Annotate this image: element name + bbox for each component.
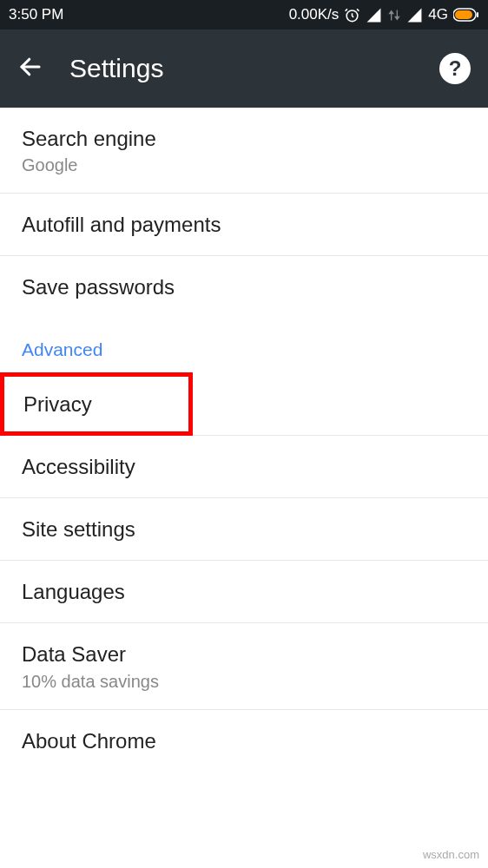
setting-title: Search engine xyxy=(22,125,466,152)
setting-search-engine[interactable]: Search engine Google xyxy=(0,108,488,194)
setting-title: Languages xyxy=(22,578,466,605)
setting-title: Privacy xyxy=(23,391,169,418)
svg-rect-3 xyxy=(477,12,478,17)
back-arrow-icon[interactable] xyxy=(17,54,43,83)
setting-save-passwords[interactable]: Save passwords xyxy=(0,256,488,318)
status-indicators: 0.00K/s 4G xyxy=(289,6,479,23)
help-icon[interactable]: ? xyxy=(439,53,471,84)
signal-icon-2 xyxy=(406,7,423,23)
setting-title: Save passwords xyxy=(22,273,466,300)
page-title: Settings xyxy=(69,54,413,83)
setting-title: Site settings xyxy=(22,516,466,542)
setting-title: Accessibility xyxy=(22,453,466,480)
data-transfer-icon xyxy=(387,7,401,23)
svg-rect-2 xyxy=(455,10,472,19)
settings-list: Search engine Google Autofill and paymen… xyxy=(0,108,488,772)
setting-subtitle: 10% data savings xyxy=(22,672,466,692)
setting-languages[interactable]: Languages xyxy=(0,561,488,623)
setting-site-settings[interactable]: Site settings xyxy=(0,498,488,561)
watermark: wsxdn.com xyxy=(423,848,479,861)
section-header-advanced: Advanced xyxy=(0,319,488,372)
data-rate: 0.00K/s xyxy=(289,6,340,23)
setting-privacy-row: Privacy xyxy=(0,372,488,436)
setting-accessibility[interactable]: Accessibility xyxy=(0,436,488,498)
signal-icon-1 xyxy=(366,7,382,23)
setting-title: Autofill and payments xyxy=(22,211,466,238)
setting-subtitle: Google xyxy=(22,155,466,175)
setting-data-saver[interactable]: Data Saver 10% data savings xyxy=(0,623,488,709)
status-time: 3:50 PM xyxy=(9,6,63,23)
setting-title: Data Saver xyxy=(22,641,466,667)
battery-icon xyxy=(453,8,479,22)
setting-title: About Chrome xyxy=(22,727,466,754)
setting-autofill[interactable]: Autofill and payments xyxy=(0,194,488,256)
alarm-icon xyxy=(344,7,360,23)
network-label: 4G xyxy=(428,6,448,23)
app-bar: Settings ? xyxy=(0,30,488,108)
setting-about-chrome[interactable]: About Chrome xyxy=(0,710,488,772)
setting-privacy[interactable]: Privacy xyxy=(0,372,193,436)
status-bar: 3:50 PM 0.00K/s 4G xyxy=(0,0,488,30)
